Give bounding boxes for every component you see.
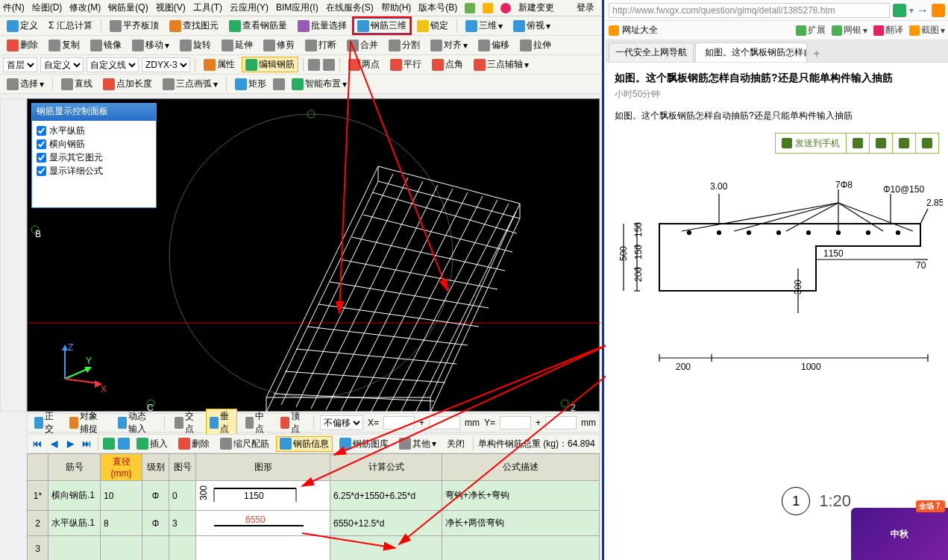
new-tab-button[interactable]: +	[809, 45, 825, 62]
zdyx-select[interactable]: ZDYX-3	[142, 57, 190, 72]
offset-button[interactable]: 偏移	[474, 37, 513, 53]
cross-toggle[interactable]: 交点	[171, 409, 201, 437]
y-input[interactable]	[500, 416, 531, 430]
scale-config-button[interactable]: 缩尺配筋	[216, 436, 273, 452]
custom-select[interactable]: 自定义	[40, 57, 84, 72]
misc-icon-1[interactable]	[308, 59, 320, 71]
table-row[interactable]: 2 水平纵筋.1 8 Φ 3 6550 6550+12.5*d 净长+两倍弯钩	[28, 511, 600, 536]
menu-file[interactable]: 件(N)	[3, 1, 25, 14]
split-button[interactable]: 分割	[385, 37, 424, 53]
top-view-button[interactable]: 俯视▾	[509, 18, 554, 34]
misc-icon-2[interactable]	[323, 59, 335, 71]
view-rebar-button[interactable]: 查看钢筋量	[225, 18, 291, 34]
menu-version[interactable]: 版本号(B)	[418, 1, 457, 14]
copy-button[interactable]: 复制	[45, 37, 84, 53]
osnap-toggle[interactable]: 对象捕捉	[66, 409, 110, 437]
xinc-input[interactable]	[429, 416, 460, 430]
tbl-icon-1[interactable]	[103, 438, 115, 450]
menu-help[interactable]: 帮助(H)	[381, 1, 412, 14]
chk-horizontal[interactable]: 水平纵筋	[37, 125, 151, 137]
menu-modify[interactable]: 修改(M)	[69, 1, 101, 14]
menu-tools[interactable]: 工具(T)	[193, 1, 222, 14]
rebar-info-button[interactable]: 钢筋信息	[276, 436, 333, 452]
rebar-3d-button[interactable]: 钢筋三维	[354, 18, 410, 34]
ortho-toggle[interactable]: 正交	[31, 409, 61, 437]
offset-select[interactable]: 不偏移	[320, 415, 363, 430]
sum-button[interactable]: Σ 汇总计算	[45, 18, 96, 34]
expand-button[interactable]	[869, 133, 892, 153]
nav-first[interactable]: ⏮	[31, 437, 44, 450]
cat-icon[interactable]	[932, 4, 945, 17]
top-toggle[interactable]: 顶点	[277, 409, 307, 437]
col-dia[interactable]: 直径(mm)	[101, 454, 142, 481]
more-button[interactable]	[915, 133, 938, 153]
mid-toggle[interactable]: 中点	[242, 409, 272, 437]
nav-prev[interactable]: ◀	[47, 437, 60, 450]
cloud-button[interactable]	[846, 133, 869, 153]
delete-row-button[interactable]: 删除	[175, 436, 213, 452]
menu-bim[interactable]: BIM应用(I)	[276, 1, 318, 14]
close-table-button[interactable]: 关闭	[443, 436, 468, 452]
parallel-button[interactable]: 平行	[386, 57, 425, 72]
corner-ad[interactable]: 全场 7. 中秋	[851, 508, 948, 560]
login-link[interactable]: 登录	[577, 1, 594, 14]
customline-select[interactable]: 自定义线	[87, 57, 139, 72]
dropdown-icon[interactable]: ▾	[909, 5, 914, 16]
smart-button[interactable]: 智能布置▾	[288, 76, 351, 92]
ext-translate[interactable]: 翻译	[873, 24, 903, 37]
property-button[interactable]: 属性	[200, 57, 239, 72]
find-button[interactable]: 查找图元	[166, 18, 222, 34]
floor-select[interactable]: 首层	[3, 57, 37, 72]
other-button[interactable]: 其他▾	[395, 436, 440, 452]
rebar-table[interactable]: 筋号 直径(mm) 级别 图号 图形 计算公式 公式描述 1* 横向钢筋.1 1…	[27, 453, 600, 560]
menu-online[interactable]: 在线服务(S)	[326, 1, 374, 14]
x-input[interactable]	[383, 416, 415, 430]
browser-tab-2[interactable]: 如图。这个飘板钢筋怎样自动抽×	[695, 43, 807, 62]
yinc-input[interactable]	[545, 416, 577, 430]
nav-next[interactable]: ▶	[63, 437, 77, 450]
threeaxis-button[interactable]: 三点辅轴▾	[470, 57, 533, 72]
tbl-icon-2[interactable]	[118, 438, 130, 450]
app-icon-2[interactable]	[483, 3, 493, 13]
rotate-button[interactable]: 旋转	[176, 37, 215, 53]
pointlen-button[interactable]: 点加长度	[99, 76, 156, 92]
ext-screenshot[interactable]: 截图▾	[909, 24, 945, 37]
perp-toggle[interactable]: 垂点	[206, 409, 236, 437]
align-button[interactable]: 对齐▾	[427, 37, 471, 53]
select-button[interactable]: 选择▾	[3, 76, 48, 92]
delete-button[interactable]: 删除	[3, 37, 42, 53]
table-row[interactable]: 3	[28, 536, 600, 561]
merge-button[interactable]: 合并	[343, 37, 382, 53]
menu-cloud[interactable]: 云应用(Y)	[230, 1, 269, 14]
edit-rebar-button[interactable]: 编辑钢筋	[242, 57, 298, 72]
misc-icon-3[interactable]	[273, 78, 285, 90]
app-icon-1[interactable]	[465, 3, 475, 13]
menu-draw[interactable]: 绘图(D)	[32, 1, 63, 14]
flatten-button[interactable]: 平齐板顶	[106, 18, 163, 34]
nav-last[interactable]: ⏭	[80, 437, 93, 450]
save-button[interactable]	[892, 133, 915, 153]
go-icon[interactable]: →	[917, 4, 929, 17]
rebar-display-panel[interactable]: 钢筋显示控制面板 水平纵筋 横向钢筋 显示其它图元 显示详细公式	[31, 103, 157, 208]
menu-rebar[interactable]: 钢筋量(Q)	[108, 1, 148, 14]
chk-other[interactable]: 显示其它图元	[37, 151, 151, 164]
new-change-icon[interactable]	[500, 3, 511, 13]
lock-button[interactable]: 锁定	[413, 18, 452, 34]
batch-select-button[interactable]: 批量选择	[294, 18, 351, 34]
break-button[interactable]: 打断	[301, 37, 340, 53]
send-phone-button[interactable]: 发送到手机	[776, 133, 846, 153]
rect-button[interactable]: 矩形	[231, 76, 270, 92]
chk-transverse[interactable]: 横向钢筋	[37, 138, 151, 151]
pointangle-button[interactable]: 点角	[428, 57, 467, 72]
favorites-link[interactable]: 网址大全	[609, 24, 658, 37]
ext-extend[interactable]: 扩展	[796, 24, 826, 37]
extend-button[interactable]: 延伸	[218, 37, 257, 53]
trim-button[interactable]: 修剪	[260, 37, 298, 53]
rebar-lib-button[interactable]: 钢筋图库	[336, 436, 392, 452]
stretch-button[interactable]: 拉伸	[516, 37, 555, 53]
insert-row-button[interactable]: 插入	[133, 436, 172, 452]
dyninput-toggle[interactable]: 动态输入	[114, 409, 158, 437]
line-button[interactable]: 直线	[57, 76, 96, 92]
define-button[interactable]: 定义	[3, 18, 42, 34]
3d-button[interactable]: 三维▾	[462, 18, 506, 34]
